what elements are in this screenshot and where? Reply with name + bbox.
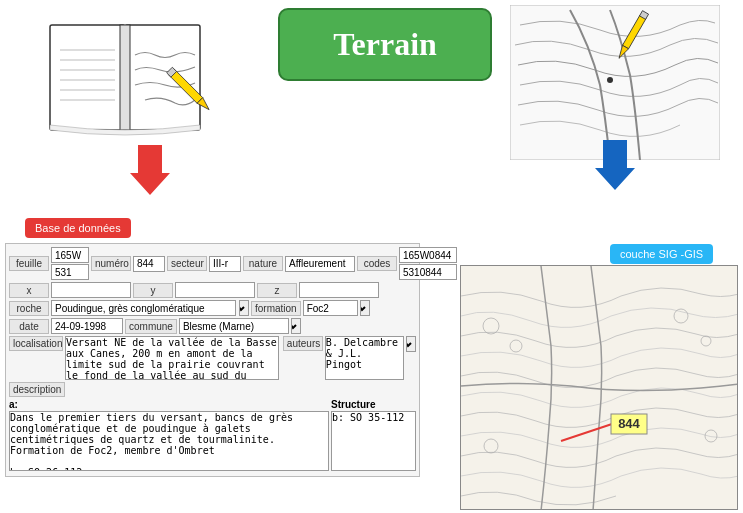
- codes-input-2[interactable]: [399, 264, 457, 280]
- svg-rect-13: [510, 5, 720, 160]
- auteurs-textarea[interactable]: B. Delcambre & J.L. Pingot: [325, 336, 404, 380]
- numero-label: numéro: [91, 256, 131, 271]
- svg-marker-12: [130, 145, 170, 195]
- svg-text:844: 844: [618, 416, 640, 431]
- localisation-textarea[interactable]: Versant NE de la vallée de la Basse aux …: [65, 336, 279, 380]
- structure-textarea[interactable]: b: SO 35-112: [331, 411, 416, 471]
- commune-label: commune: [125, 319, 177, 334]
- title-text: Terrain: [333, 26, 437, 63]
- feuille-input-2[interactable]: [51, 264, 89, 280]
- form-row-desc: a: Dans le premier tiers du versant, ban…: [9, 399, 416, 473]
- formation-label: formation: [251, 301, 301, 316]
- form-row-roche: roche formation: [9, 300, 416, 316]
- formation-dropdown[interactable]: [360, 300, 370, 316]
- commune-input[interactable]: [179, 318, 289, 334]
- map-top-svg: [510, 5, 720, 160]
- y-input[interactable]: [175, 282, 255, 298]
- book-svg: [30, 5, 230, 165]
- svg-rect-1: [125, 25, 200, 130]
- codes-label: codes: [357, 256, 397, 271]
- auteurs-label: auteurs: [283, 336, 323, 351]
- desc-a-label: a:: [9, 399, 21, 410]
- book-illustration: [30, 5, 250, 175]
- db-button[interactable]: Base de données: [25, 218, 131, 238]
- description-label: description: [9, 382, 65, 397]
- desc-section: a: Dans le premier tiers du versant, ban…: [9, 399, 329, 473]
- commune-dropdown[interactable]: [291, 318, 301, 334]
- arrow-down-right: [595, 140, 635, 192]
- secteur-label: secteur: [167, 256, 207, 271]
- map-bottom-area: 844: [460, 265, 738, 510]
- nature-label: nature: [243, 256, 283, 271]
- form-row-xyz: x y z: [9, 282, 416, 298]
- roche-dropdown[interactable]: [239, 300, 249, 316]
- desc-a-row: a:: [9, 399, 329, 410]
- form-row-desc-label: description: [9, 382, 416, 397]
- blue-arrow-svg: [595, 140, 635, 190]
- roche-label: roche: [9, 301, 49, 316]
- svg-rect-0: [50, 25, 125, 130]
- date-label: date: [9, 319, 49, 334]
- x-label: x: [9, 283, 49, 298]
- structure-section: Structure b: SO 35-112: [331, 399, 416, 473]
- y-label: y: [133, 283, 173, 298]
- feuille-input-1[interactable]: [51, 247, 89, 263]
- x-input[interactable]: [51, 282, 131, 298]
- codes-input-1[interactable]: [399, 247, 457, 263]
- z-input[interactable]: [299, 282, 379, 298]
- formation-input[interactable]: [303, 300, 358, 316]
- map-bottom-svg: 844: [461, 266, 738, 510]
- nature-input[interactable]: [285, 256, 355, 272]
- secteur-input[interactable]: [209, 256, 241, 272]
- svg-marker-18: [595, 140, 635, 190]
- form-row-date: date commune: [9, 318, 416, 334]
- svg-rect-2: [120, 25, 130, 130]
- form-row-local: localisation Versant NE de la vallée de …: [9, 336, 416, 380]
- sig-button[interactable]: couche SIG -GIS: [610, 244, 713, 264]
- desc-a-textarea[interactable]: Dans le premier tiers du versant, bancs …: [9, 411, 329, 471]
- localisation-label: localisation: [9, 336, 63, 351]
- numero-input[interactable]: [133, 256, 165, 272]
- red-arrow-svg: [130, 145, 170, 195]
- z-label: z: [257, 283, 297, 298]
- form-row-1: feuille numéro secteur nature codes: [9, 247, 416, 280]
- svg-point-17: [607, 77, 613, 83]
- form-area: feuille numéro secteur nature codes x y …: [5, 243, 420, 477]
- structure-label: Structure: [331, 399, 416, 410]
- map-top-illustration: [510, 5, 730, 175]
- arrow-down-left: [130, 145, 170, 197]
- auteurs-dropdown[interactable]: [406, 336, 416, 352]
- roche-input[interactable]: [51, 300, 236, 316]
- feuille-label: feuille: [9, 256, 49, 271]
- date-input[interactable]: [51, 318, 123, 334]
- title-box: Terrain: [278, 8, 492, 81]
